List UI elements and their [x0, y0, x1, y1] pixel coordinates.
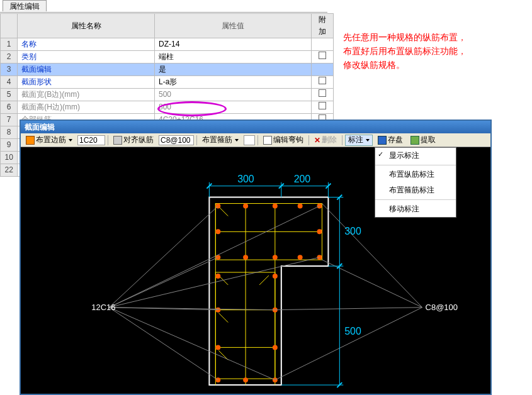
place-stirrup-button[interactable]: 布置箍筋 — [200, 135, 241, 146]
stirrup-input[interactable] — [244, 135, 255, 145]
svg-point-29 — [215, 345, 220, 350]
prop-value-cell[interactable]: 500 — [154, 89, 311, 101]
svg-point-32 — [243, 377, 248, 382]
annot-line1: 先任意用一种规格的纵筋布置， — [343, 30, 519, 44]
checkbox-icon[interactable] — [319, 77, 326, 84]
instruction-text: 先任意用一种规格的纵筋布置， 布置好后用布置纵筋标注功能， 修改纵筋规格。 — [343, 30, 519, 72]
grid-icon — [113, 136, 122, 145]
svg-line-45 — [275, 308, 422, 380]
check-icon: ✓ — [378, 150, 383, 159]
dim-200-top: 200 — [294, 174, 311, 184]
rebar-icon — [26, 136, 35, 145]
menu-place-long-annot[interactable]: 布置纵筋标注 — [375, 167, 456, 182]
svg-point-30 — [273, 345, 278, 350]
menu-move-annot[interactable]: 移动标注 — [375, 201, 456, 217]
extract-button[interactable]: 提取 — [408, 135, 438, 146]
edit-hook-button[interactable]: 编辑弯钩 — [261, 135, 306, 146]
svg-point-19 — [317, 229, 322, 234]
prop-add-cell[interactable] — [311, 64, 333, 76]
dim-500-right: 500 — [344, 326, 361, 337]
chevron-down-icon — [69, 139, 72, 142]
prop-value-cell[interactable]: L-a形 — [154, 76, 311, 89]
header-name: 属性名称 — [18, 14, 155, 38]
row-number: 9 — [1, 139, 18, 152]
header-add: 附加 — [311, 14, 333, 38]
prop-add-cell[interactable] — [311, 51, 333, 64]
place-side-rebar-button[interactable]: 布置边筋 — [23, 135, 75, 146]
menu-separator — [375, 199, 456, 200]
label-c8-100: C8@100 — [426, 303, 458, 312]
prop-add-cell[interactable] — [311, 89, 333, 101]
menu-place-stir-label: 布置箍筋标注 — [389, 186, 434, 194]
prop-name-cell: 截面形状 — [18, 76, 155, 89]
svg-line-37 — [109, 257, 319, 308]
prop-add-cell[interactable] — [311, 76, 333, 89]
prop-add-cell[interactable] — [311, 101, 333, 114]
menu-place-stirrup-annot[interactable]: 布置箍筋标注 — [375, 182, 456, 198]
place-stirrup-label: 布置箍筋 — [202, 135, 232, 145]
prop-name-cell: 名称 — [18, 38, 155, 51]
checkbox-icon[interactable] — [319, 89, 326, 97]
row-number: 2 — [1, 51, 18, 64]
svg-line-43 — [322, 260, 422, 308]
menu-show-label: 显示标注 — [389, 151, 419, 160]
dim-300-right: 300 — [344, 226, 361, 236]
table-row[interactable]: 5截面宽(B边)(mm)500 — [1, 89, 334, 101]
table-row[interactable]: 4截面形状L-a形 — [1, 76, 334, 89]
tab-property-edit[interactable]: 属性编辑 — [3, 0, 47, 11]
svg-line-11 — [218, 313, 228, 323]
header-blank — [1, 14, 18, 38]
table-row[interactable]: 6截面高(H边)(mm)800 — [1, 101, 334, 114]
prop-name-cell: 截面宽(B边)(mm) — [18, 89, 155, 101]
section-editor-window: 截面编辑 布置边筋 对齐纵筋 布置箍筋 编辑弯钩 ✕ 删除 — [20, 120, 492, 395]
row-number: 5 — [1, 89, 18, 101]
annotate-button[interactable]: 标注 — [345, 135, 373, 146]
table-row[interactable]: 1名称DZ-14 — [1, 38, 334, 51]
table-row[interactable]: 2类别端柱 — [1, 51, 334, 64]
delete-icon: ✕ — [314, 136, 320, 145]
section-editor-titlebar[interactable]: 截面编辑 — [21, 121, 490, 133]
svg-point-16 — [298, 204, 303, 209]
row-number: 7 — [1, 114, 18, 126]
align-rebar-button[interactable]: 对齐纵筋 — [111, 135, 156, 146]
svg-line-44 — [275, 308, 422, 310]
annotate-label: 标注 — [348, 135, 363, 145]
checkbox-icon[interactable] — [319, 102, 326, 109]
save-label: 存盘 — [388, 135, 403, 145]
svg-line-36 — [109, 257, 218, 308]
svg-line-8 — [218, 207, 228, 216]
svg-line-34 — [109, 206, 218, 308]
table-row[interactable]: 3截面编辑是 — [1, 64, 334, 76]
row-number: 4 — [1, 76, 18, 89]
svg-rect-1 — [215, 272, 275, 379]
row-number: 22 — [1, 164, 18, 177]
save-icon — [378, 136, 387, 145]
prop-value-cell[interactable]: 是 — [154, 64, 311, 76]
align-rebar-input[interactable] — [159, 135, 194, 145]
menu-show-annot[interactable]: ✓ 显示标注 — [375, 148, 456, 164]
annot-line2: 布置好后用布置纵筋标注功能， — [343, 44, 519, 58]
svg-point-17 — [317, 204, 322, 209]
menu-place-long-label: 布置纵筋标注 — [389, 170, 434, 179]
header-value: 属性值 — [154, 14, 311, 38]
prop-name-cell: 类别 — [18, 51, 155, 64]
svg-point-23 — [298, 255, 303, 260]
side-rebar-input[interactable] — [77, 135, 105, 145]
svg-point-15 — [273, 204, 278, 209]
prop-value-cell[interactable]: 800 — [154, 101, 311, 114]
prop-add-cell[interactable] — [311, 38, 333, 51]
hook-icon — [263, 136, 272, 145]
svg-line-40 — [109, 308, 218, 380]
checkbox-icon[interactable] — [319, 52, 326, 59]
prop-name-cell: 截面高(H边)(mm) — [18, 101, 155, 114]
prop-value-cell[interactable]: DZ-14 — [154, 38, 311, 51]
section-editor-toolbar: 布置边筋 对齐纵筋 布置箍筋 编辑弯钩 ✕ 删除 标注 — [21, 133, 490, 147]
prop-value-cell[interactable]: 端柱 — [154, 51, 311, 64]
top-tab-strip: 属性编辑 — [0, 0, 327, 13]
svg-line-10 — [259, 275, 269, 285]
annot-line3: 修改纵筋规格。 — [343, 58, 519, 72]
svg-point-31 — [215, 377, 220, 382]
svg-point-18 — [215, 229, 220, 234]
save-button[interactable]: 存盘 — [375, 135, 405, 146]
delete-button[interactable]: ✕ 删除 — [312, 135, 339, 146]
